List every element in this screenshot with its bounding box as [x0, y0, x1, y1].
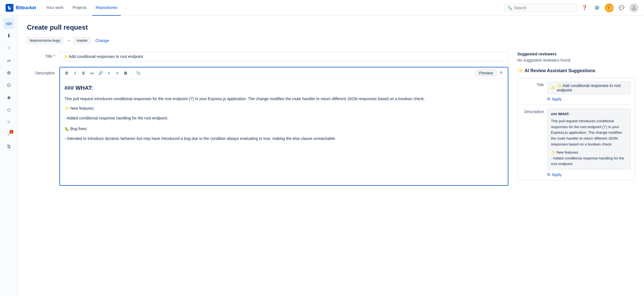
logo[interactable]: Bitbucket — [6, 4, 36, 12]
nav-repositories[interactable]: Repositories — [92, 0, 121, 16]
branches-icon: ⑂ — [7, 119, 10, 125]
svg-point-0 — [633, 6, 635, 8]
downloads-icon: ⇅ — [7, 144, 11, 150]
sidebar-item-forks[interactable]: ⑂ 1 — [3, 129, 15, 140]
apply-title-label: Apply — [552, 97, 562, 101]
topnav: Bitbucket Your work Projects Repositorie… — [0, 0, 644, 16]
ai-desc-features-heading: ✨ New features: — [551, 150, 627, 156]
preview-button[interactable]: Preview — [475, 69, 497, 77]
ai-desc-features-item: - Added conditional response handling fo… — [551, 156, 627, 167]
nav-links: Your work Projects Repositories — [43, 0, 497, 16]
code-icon: </> — [6, 21, 12, 26]
search-bar[interactable]: 🔍 — [504, 4, 577, 12]
suggested-reviewers-title: Suggested reviewers — [517, 52, 635, 56]
pr-icon: ⇌ — [7, 58, 11, 63]
ai-title-label: Title — [522, 81, 544, 87]
sidebar-item-downloads[interactable]: ⇅ — [3, 141, 15, 152]
ai-desc-what: ### WHAT: — [551, 111, 627, 117]
nav-projects[interactable]: Projects — [69, 0, 90, 16]
code-button[interactable]: <> — [88, 69, 96, 77]
required-asterisk: * — [54, 54, 55, 58]
change-link[interactable]: Change — [95, 38, 109, 43]
sidebar-item-deployments[interactable]: ⊙ — [3, 79, 15, 91]
sidebar-item-code[interactable]: </> — [3, 18, 15, 29]
ai-title-value: ✨ ✨ Add conditional responses to root en… — [547, 81, 631, 94]
editor-toolbar: B I S <> 🔗 ≡ ≡ ⊞ 📎 Preview ? — [60, 67, 508, 79]
bold-button[interactable]: B — [63, 69, 71, 77]
logo-text: Bitbucket — [16, 5, 36, 10]
new-features-heading: ✨ New features: — [64, 105, 503, 111]
description-label: Description — [27, 67, 55, 75]
jira-icon: ◈ — [7, 94, 11, 100]
sidebar: </> ⬇ ⑂ ⇌ ⊕ ⊙ ◈ ◇ ⑂ ⑂ 1 ⇅ — [0, 16, 18, 199]
settings-button[interactable]: ⚙️ — [592, 3, 601, 12]
description-row: Description B I S <> 🔗 ≡ ≡ ⊞ 📎 — [27, 67, 508, 186]
warning-icon: ⚠️ — [606, 6, 611, 10]
ai-desc-box: ### WHAT: This pull request introduces c… — [547, 108, 631, 170]
source-branch: feature/some-bugs — [27, 37, 63, 44]
branch-row: feature/some-bugs → master Change — [27, 37, 635, 44]
apply-title-button[interactable]: ⧉ Apply — [547, 97, 562, 101]
ai-review-title: ✨ AI Review Assistant Suggestions — [517, 68, 635, 73]
toolbar-separator — [132, 70, 132, 76]
notifications-button[interactable]: ⚠️ 2 — [605, 3, 614, 12]
security-icon: ◇ — [7, 107, 11, 113]
description-editor: B I S <> 🔗 ≡ ≡ ⊞ 📎 Preview ? — [59, 67, 508, 186]
apply-desc-button[interactable]: ⧉ Apply — [547, 172, 562, 177]
sidebar-item-jira[interactable]: ◈ — [3, 92, 15, 103]
search-icon: 🔍 — [508, 6, 512, 10]
sidebar-item-source[interactable]: ⬇ — [3, 30, 15, 41]
commits-icon: ⑂ — [8, 46, 10, 51]
copy-desc-icon: ⧉ — [547, 172, 550, 177]
nav-right: 🔍 ❓ ⚙️ ⚠️ 2 💬 — [504, 3, 638, 12]
ai-desc-label: Description — [522, 108, 544, 114]
suggestions-panel: Suggested reviewers No suggested reviewe… — [517, 52, 635, 191]
new-features-section: ✨ New features: - Added conditional resp… — [64, 105, 503, 121]
strikethrough-button[interactable]: S — [80, 69, 87, 77]
ai-title-content: ✨ ✨ Add conditional responses to root en… — [547, 81, 631, 101]
no-reviewers-text: No suggested reviewers found — [517, 58, 635, 62]
ai-desc-content: ### WHAT: This pull request introduces c… — [547, 108, 631, 177]
forks-badge: 1 — [10, 130, 13, 134]
help-button[interactable]: ❓ — [580, 3, 589, 12]
chat-button[interactable]: 💬 — [617, 3, 626, 12]
ai-title-card: Title ✨ ✨ Add conditional responses to r… — [517, 78, 635, 180]
sidebar-item-pull-requests[interactable]: ⇌ — [3, 55, 15, 66]
what-heading: ### WHAT: — [64, 83, 503, 92]
sparkle-icon: ✨ — [517, 68, 523, 73]
bug-fixes-section: 🐛 Bug fixes: - Intended to introduce dyn… — [64, 126, 503, 142]
table-button[interactable]: ⊞ — [122, 69, 129, 77]
notif-count: 2 — [611, 6, 613, 10]
ai-title-text-value: ✨ Add conditional responses to root endp… — [557, 83, 628, 92]
unordered-list-button[interactable]: ≡ — [113, 69, 121, 77]
link-button[interactable]: 🔗 — [96, 69, 104, 77]
sidebar-item-branches[interactable]: ⑂ — [3, 116, 15, 128]
search-input[interactable] — [514, 6, 573, 10]
ai-desc-intro: This pull request introduces conditional… — [551, 118, 627, 147]
branch-arrow: → — [66, 38, 71, 43]
download-icon: ⬇ — [7, 33, 11, 39]
user-avatar[interactable] — [629, 3, 638, 12]
italic-button[interactable]: I — [71, 69, 79, 77]
pipelines-icon: ⊕ — [7, 70, 11, 76]
sidebar-item-pipelines[interactable]: ⊕ — [3, 67, 15, 78]
deployments-icon: ⊙ — [7, 82, 11, 88]
title-input[interactable] — [59, 52, 508, 61]
editor-content[interactable]: ### WHAT: This pull request introduces c… — [60, 79, 508, 185]
ai-sparkle-icon: ✨ — [550, 86, 555, 90]
help-icon-button[interactable]: ? — [497, 69, 505, 77]
sidebar-item-commits[interactable]: ⑂ — [3, 43, 15, 54]
sidebar-item-security[interactable]: ◇ — [3, 104, 15, 115]
ai-title-text: AI Review Assistant Suggestions — [525, 68, 595, 73]
title-row: Title * — [27, 52, 508, 61]
ordered-list-button[interactable]: ≡ — [105, 69, 113, 77]
nav-your-work[interactable]: Your work — [43, 0, 67, 16]
main-content: Create pull request feature/some-bugs → … — [18, 16, 644, 199]
apply-desc-label: Apply — [552, 172, 562, 177]
bug-fixes-item: - Intended to introduce dynamic behavior… — [64, 135, 503, 142]
title-label: Title * — [27, 52, 55, 58]
logo-icon — [6, 4, 13, 12]
bug-fixes-heading: 🐛 Bug fixes: — [64, 126, 503, 132]
attachment-button[interactable]: 📎 — [134, 69, 142, 77]
ai-desc-row: Description ### WHAT: This pull request … — [518, 105, 635, 180]
